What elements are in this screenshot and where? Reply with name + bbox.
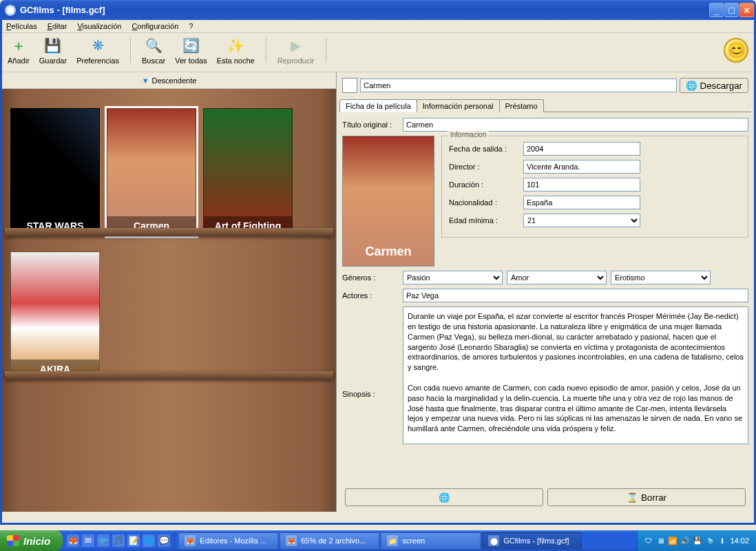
duration-input[interactable] xyxy=(523,178,640,191)
refresh-icon: 🔄 xyxy=(181,36,200,55)
detail-panel: 🌐 Descargar Ficha de la película Informa… xyxy=(337,72,754,512)
tray-icon[interactable]: 🖥 xyxy=(655,536,665,545)
save-button[interactable]: 💾Guardar xyxy=(39,36,67,65)
info-box: Informacion Fecha de salida : Director :… xyxy=(441,136,748,238)
poster-image[interactable]: Carmen xyxy=(342,136,434,267)
nationality-input[interactable] xyxy=(523,196,640,209)
maximize-button[interactable]: □ xyxy=(724,3,739,17)
min-age-label: Edad mínima : xyxy=(449,216,519,225)
shelf[interactable]: STAR WARS Carmen Art of Fighting AKIRA xyxy=(2,89,336,512)
nationality-label: Nacionalidad : xyxy=(449,198,519,207)
genre1-select[interactable]: Pasión xyxy=(403,271,503,284)
taskbar: Inicio 🦊 ✉ 🐦 🎵 📝 🌐 💬 🦊Editores - Mozilla… xyxy=(0,530,756,551)
menu-help[interactable]: ? xyxy=(189,22,193,30)
tabs: Ficha de la película Información persona… xyxy=(339,98,751,112)
globe-icon: 🌐 xyxy=(686,81,697,91)
tray-icon[interactable]: 🛡 xyxy=(643,536,653,545)
disk-icon: 💾 xyxy=(43,36,63,55)
windows-flag-icon xyxy=(7,535,19,546)
sparkle-icon: ✨ xyxy=(226,36,245,55)
ql-icon[interactable]: 💬 xyxy=(158,534,170,547)
director-input[interactable] xyxy=(523,160,640,174)
close-button[interactable]: × xyxy=(739,3,754,17)
release-date-input[interactable] xyxy=(523,142,640,156)
play-icon: ▶ xyxy=(286,36,306,55)
tonight-button[interactable]: ✨Esta noche xyxy=(217,36,255,65)
ql-icon[interactable]: 🎵 xyxy=(112,534,125,547)
task-button[interactable]: 🦊65% de 2 archivo... xyxy=(280,532,379,549)
tray-icon[interactable]: 💾 xyxy=(693,536,702,545)
ql-icon[interactable]: 🦊 xyxy=(67,534,79,547)
director-label: Director : xyxy=(449,163,519,171)
download-button[interactable]: 🌐 Descargar xyxy=(680,78,748,93)
menubar: Películas Editar Visualización Configura… xyxy=(2,20,754,33)
original-title-label: Título original : xyxy=(342,121,399,129)
ql-icon[interactable]: 📝 xyxy=(127,534,140,547)
menu-configuracion[interactable]: Configuración xyxy=(132,22,178,30)
task-button[interactable]: 📁screen xyxy=(381,532,481,549)
original-title-input[interactable] xyxy=(403,118,748,132)
synopsis-label: Sinopsis : xyxy=(342,390,399,398)
system-tray: 🛡 🖥 📶 🔊 💾 🖰 ℹ 14:02 xyxy=(637,530,756,551)
title-input[interactable] xyxy=(360,79,677,92)
menu-visualizacion[interactable]: Visualización xyxy=(77,22,121,30)
tray-icon[interactable]: ℹ xyxy=(717,536,727,545)
duration-label: Duración : xyxy=(449,180,519,189)
clock[interactable]: 14:02 xyxy=(730,537,749,545)
smiley-icon[interactable] xyxy=(724,38,748,63)
film-cover[interactable]: AKIRA xyxy=(10,251,100,380)
ql-icon[interactable]: ✉ xyxy=(82,534,94,547)
genre3-select[interactable]: Erotismo xyxy=(611,271,711,284)
genre2-select[interactable]: Amor xyxy=(507,271,607,284)
web-button[interactable]: 🌐 xyxy=(345,488,543,506)
film-cover[interactable]: Carmen xyxy=(107,108,196,236)
plus-icon: ＋ xyxy=(9,36,28,55)
preferences-button[interactable]: ❋Preferencias xyxy=(76,36,119,65)
ql-icon[interactable]: 🌐 xyxy=(143,534,155,547)
tab-ficha[interactable]: Ficha de la película xyxy=(339,99,417,112)
tray-icon[interactable]: 🔊 xyxy=(680,536,690,545)
magnifier-icon: 🔍 xyxy=(144,36,163,55)
toolbar: ＋Añadir 💾Guardar ❋Preferencias 🔍Buscar 🔄… xyxy=(2,33,754,72)
genres-label: Géneros : xyxy=(342,273,399,282)
play-button[interactable]: ▶Reproducir xyxy=(277,36,315,65)
tray-icon[interactable]: 🖰 xyxy=(705,536,715,545)
ql-icon[interactable]: 🐦 xyxy=(97,534,109,547)
sort-arrow-icon: ▼ xyxy=(142,76,149,85)
delete-icon: ⌛ xyxy=(627,492,638,503)
window-title: GCfilms - [films.gcf] xyxy=(20,5,105,15)
search-button[interactable]: 🔍Buscar xyxy=(142,36,165,65)
actors-label: Actores : xyxy=(342,291,399,300)
globe-icon: 🌐 xyxy=(439,492,450,503)
film-cover[interactable]: Art of Fighting xyxy=(203,108,293,236)
task-button[interactable]: 🦊Editores - Mozilla ... xyxy=(178,532,278,549)
actors-input[interactable] xyxy=(403,289,748,302)
app-icon xyxy=(5,5,16,16)
task-button[interactable]: ⬤GCfilms - [films.gcf] xyxy=(482,532,582,549)
synopsis-textarea[interactable]: Durante un viaje por España, el azar con… xyxy=(403,306,748,444)
start-button[interactable]: Inicio xyxy=(0,530,63,551)
quick-launch: 🦊 ✉ 🐦 🎵 📝 🌐 💬 xyxy=(63,530,175,551)
folder-icon: 📁 xyxy=(387,535,398,546)
film-cover[interactable]: STAR WARS xyxy=(10,108,100,236)
tab-prestamo[interactable]: Préstamo xyxy=(499,99,544,112)
menu-editar[interactable]: Editar xyxy=(48,22,67,30)
title-bar: GCfilms - [films.gcf] _ □ × xyxy=(0,0,756,20)
film-list-panel: ▼ Descendente STAR WARS Carmen Art of Fi… xyxy=(2,72,337,512)
info-legend: Informacion xyxy=(448,131,489,138)
sort-label: Descendente xyxy=(152,76,197,85)
menu-peliculas[interactable]: Películas xyxy=(6,22,37,30)
release-date-label: Fecha de salida : xyxy=(449,145,519,153)
min-age-select[interactable]: 21 xyxy=(523,214,640,227)
sort-bar[interactable]: ▼ Descendente xyxy=(2,72,336,89)
tray-icon[interactable]: 📶 xyxy=(668,536,678,545)
tab-info-personal[interactable]: Información personal xyxy=(417,99,500,112)
view-all-button[interactable]: 🔄Ver todas xyxy=(175,36,207,65)
firefox-icon: 🦊 xyxy=(185,535,196,546)
add-button[interactable]: ＋Añadir xyxy=(8,36,30,65)
minimize-button[interactable]: _ xyxy=(709,3,724,17)
app-icon: ⬤ xyxy=(488,535,499,546)
color-swatch[interactable] xyxy=(342,78,357,93)
delete-button[interactable]: ⌛Borrar xyxy=(547,488,746,506)
gear-icon: ❋ xyxy=(88,36,107,55)
